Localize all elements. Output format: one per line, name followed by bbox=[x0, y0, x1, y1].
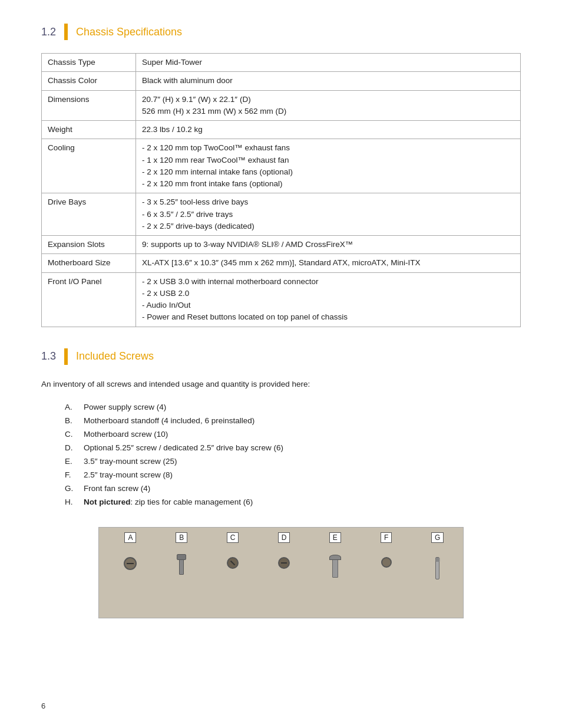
spec-label: Chassis Color bbox=[42, 72, 136, 90]
screw-slot: E bbox=[309, 532, 361, 618]
screws-section-bar bbox=[64, 348, 68, 365]
screw-text: Optional 5.25″ screw / dedicated 2.5″ dr… bbox=[84, 442, 283, 455]
screw-shape-e bbox=[332, 557, 338, 578]
screw-list-item: E.3.5″ tray-mount screw (25) bbox=[65, 455, 521, 469]
screws-section-title: Included Screws bbox=[76, 350, 154, 363]
screw-list-item: G.Front fan screw (4) bbox=[65, 482, 521, 496]
screw-slot: G bbox=[412, 532, 463, 618]
spec-value: 9: supports up to 3-way NVIDIA® SLI® / A… bbox=[136, 236, 521, 254]
screw-list-item: D.Optional 5.25″ screw / dedicated 2.5″ … bbox=[65, 442, 521, 455]
screws-image-container: ABCDEFG bbox=[41, 527, 521, 618]
spec-value: - 3 x 5.25″ tool-less drive bays- 6 x 3.… bbox=[136, 193, 521, 236]
screw-list-item: C.Motherboard screw (10) bbox=[65, 428, 521, 442]
screw-image-label: D bbox=[278, 532, 290, 543]
screw-letter: E. bbox=[65, 455, 74, 469]
chassis-section-header: 1.2 Chassis Specifications bbox=[41, 24, 521, 40]
spec-value: - 2 x 120 mm top TwoCool™ exhaust fans- … bbox=[136, 139, 521, 193]
chassis-specifications-section: 1.2 Chassis Specifications Chassis TypeS… bbox=[41, 24, 521, 327]
screw-shape-g bbox=[435, 557, 439, 579]
spec-label: Cooling bbox=[42, 139, 136, 193]
screw-letter: C. bbox=[65, 428, 74, 442]
spec-label: Front I/O Panel bbox=[42, 272, 136, 327]
spec-value: Black with aluminum door bbox=[136, 72, 521, 90]
screw-letter: A. bbox=[65, 401, 74, 414]
screw-slot: A bbox=[105, 532, 156, 618]
screw-image-label: F bbox=[381, 532, 392, 543]
screws-section-number: 1.3 bbox=[41, 350, 56, 363]
screw-slot: F bbox=[361, 532, 412, 618]
screw-text: Motherboard standoff (4 included, 6 prei… bbox=[84, 414, 254, 428]
page-number: 6 bbox=[41, 701, 45, 710]
screw-text: Motherboard screw (10) bbox=[84, 428, 168, 442]
spec-value: 20.7″ (H) x 9.1″ (W) x 22.1″ (D)526 mm (… bbox=[136, 90, 521, 121]
screws-list: A.Power supply screw (4)B.Motherboard st… bbox=[65, 401, 521, 509]
screw-letter: D. bbox=[65, 442, 74, 455]
spec-label: Drive Bays bbox=[42, 193, 136, 236]
spec-value: 22.3 lbs / 10.2 kg bbox=[136, 121, 521, 139]
screw-list-item: H.Not pictured: zip ties for cable manag… bbox=[65, 496, 521, 509]
screw-shape-a bbox=[124, 557, 137, 570]
screw-image-label: C bbox=[227, 532, 239, 543]
spec-label: Chassis Type bbox=[42, 54, 136, 72]
screws-intro-text: An inventory of all screws and intended … bbox=[41, 378, 521, 391]
screw-image-label: E bbox=[329, 532, 341, 543]
screw-text: Power supply screw (4) bbox=[84, 401, 166, 414]
screw-shape-f bbox=[381, 557, 392, 568]
screw-letter: F. bbox=[65, 469, 74, 482]
screws-section: 1.3 Included Screws An inventory of all … bbox=[41, 348, 521, 618]
spec-value: Super Mid-Tower bbox=[136, 54, 521, 72]
screw-list-item: F.2.5″ tray-mount screw (8) bbox=[65, 469, 521, 482]
screws-image-box: ABCDEFG bbox=[98, 527, 464, 618]
screw-shape-c bbox=[227, 557, 239, 569]
screw-text: Not pictured: zip ties for cable managem… bbox=[84, 496, 253, 509]
screw-letter: H. bbox=[65, 496, 74, 509]
spec-label: Weight bbox=[42, 121, 136, 139]
screw-letter: B. bbox=[65, 414, 74, 428]
screw-image-label: A bbox=[124, 532, 136, 543]
spec-label: Dimensions bbox=[42, 90, 136, 121]
screw-letter: G. bbox=[65, 482, 74, 496]
screw-slot: B bbox=[156, 532, 207, 618]
spec-value: - 2 x USB 3.0 with internal motherboard … bbox=[136, 272, 521, 327]
chassis-section-bar bbox=[64, 24, 68, 40]
spec-label: Motherboard Size bbox=[42, 254, 136, 272]
screw-shape-d bbox=[278, 557, 290, 569]
screw-text: 3.5″ tray-mount screw (25) bbox=[84, 455, 177, 469]
spec-value: XL-ATX [13.6″ x 10.3″ (345 mm x 262 mm)]… bbox=[136, 254, 521, 272]
screw-image-label: G bbox=[431, 532, 444, 543]
screw-list-item: A.Power supply screw (4) bbox=[65, 401, 521, 414]
screw-slot: D bbox=[259, 532, 310, 618]
screw-text: 2.5″ tray-mount screw (8) bbox=[84, 469, 173, 482]
screws-section-header: 1.3 Included Screws bbox=[41, 348, 521, 365]
chassis-section-number: 1.2 bbox=[41, 26, 56, 38]
screw-image-label: B bbox=[176, 532, 187, 543]
spec-label: Expansion Slots bbox=[42, 236, 136, 254]
screw-list-item: B.Motherboard standoff (4 included, 6 pr… bbox=[65, 414, 521, 428]
chassis-specs-table: Chassis TypeSuper Mid-TowerChassis Color… bbox=[41, 53, 521, 327]
screw-slot: C bbox=[207, 532, 259, 618]
screw-shape-b bbox=[179, 557, 184, 575]
screw-text: Front fan screw (4) bbox=[84, 482, 150, 496]
chassis-section-title: Chassis Specifications bbox=[76, 26, 182, 38]
